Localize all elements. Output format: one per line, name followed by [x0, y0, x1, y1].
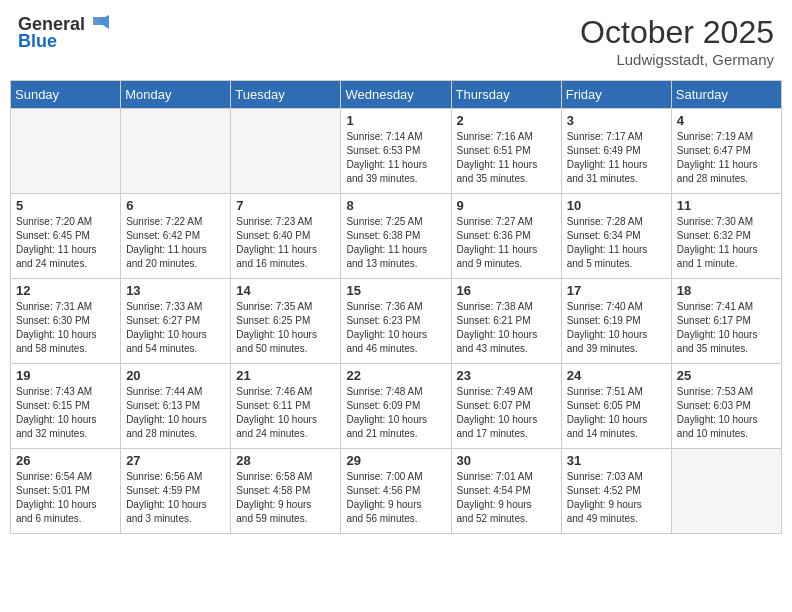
day-number: 25	[677, 368, 776, 383]
calendar-cell: 20Sunrise: 7:44 AM Sunset: 6:13 PM Dayli…	[121, 364, 231, 449]
day-number: 16	[457, 283, 556, 298]
calendar-table: SundayMondayTuesdayWednesdayThursdayFrid…	[10, 80, 782, 534]
day-info: Sunrise: 7:23 AM Sunset: 6:40 PM Dayligh…	[236, 215, 335, 271]
day-number: 20	[126, 368, 225, 383]
calendar-cell: 6Sunrise: 7:22 AM Sunset: 6:42 PM Daylig…	[121, 194, 231, 279]
day-number: 7	[236, 198, 335, 213]
calendar-cell: 10Sunrise: 7:28 AM Sunset: 6:34 PM Dayli…	[561, 194, 671, 279]
calendar-cell: 4Sunrise: 7:19 AM Sunset: 6:47 PM Daylig…	[671, 109, 781, 194]
calendar-cell: 8Sunrise: 7:25 AM Sunset: 6:38 PM Daylig…	[341, 194, 451, 279]
logo: General Blue	[18, 14, 109, 52]
calendar-header-monday: Monday	[121, 81, 231, 109]
day-info: Sunrise: 7:48 AM Sunset: 6:09 PM Dayligh…	[346, 385, 445, 441]
day-info: Sunrise: 7:33 AM Sunset: 6:27 PM Dayligh…	[126, 300, 225, 356]
day-number: 13	[126, 283, 225, 298]
day-info: Sunrise: 7:00 AM Sunset: 4:56 PM Dayligh…	[346, 470, 445, 526]
calendar-cell: 2Sunrise: 7:16 AM Sunset: 6:51 PM Daylig…	[451, 109, 561, 194]
day-number: 30	[457, 453, 556, 468]
calendar-cell: 5Sunrise: 7:20 AM Sunset: 6:45 PM Daylig…	[11, 194, 121, 279]
day-number: 22	[346, 368, 445, 383]
day-info: Sunrise: 7:31 AM Sunset: 6:30 PM Dayligh…	[16, 300, 115, 356]
calendar-cell: 30Sunrise: 7:01 AM Sunset: 4:54 PM Dayli…	[451, 449, 561, 534]
day-info: Sunrise: 7:17 AM Sunset: 6:49 PM Dayligh…	[567, 130, 666, 186]
day-number: 14	[236, 283, 335, 298]
day-number: 8	[346, 198, 445, 213]
day-info: Sunrise: 7:44 AM Sunset: 6:13 PM Dayligh…	[126, 385, 225, 441]
day-info: Sunrise: 7:38 AM Sunset: 6:21 PM Dayligh…	[457, 300, 556, 356]
page-header: General Blue October 2025 Ludwigsstadt, …	[10, 10, 782, 72]
calendar-week-row: 5Sunrise: 7:20 AM Sunset: 6:45 PM Daylig…	[11, 194, 782, 279]
day-info: Sunrise: 7:53 AM Sunset: 6:03 PM Dayligh…	[677, 385, 776, 441]
day-number: 19	[16, 368, 115, 383]
calendar-header-thursday: Thursday	[451, 81, 561, 109]
calendar-cell	[231, 109, 341, 194]
calendar-cell	[121, 109, 231, 194]
day-info: Sunrise: 7:19 AM Sunset: 6:47 PM Dayligh…	[677, 130, 776, 186]
day-info: Sunrise: 7:22 AM Sunset: 6:42 PM Dayligh…	[126, 215, 225, 271]
day-number: 4	[677, 113, 776, 128]
logo-blue-text: Blue	[18, 31, 57, 52]
day-number: 2	[457, 113, 556, 128]
day-info: Sunrise: 7:25 AM Sunset: 6:38 PM Dayligh…	[346, 215, 445, 271]
day-info: Sunrise: 7:30 AM Sunset: 6:32 PM Dayligh…	[677, 215, 776, 271]
day-info: Sunrise: 7:27 AM Sunset: 6:36 PM Dayligh…	[457, 215, 556, 271]
calendar-week-row: 26Sunrise: 6:54 AM Sunset: 5:01 PM Dayli…	[11, 449, 782, 534]
calendar-cell: 19Sunrise: 7:43 AM Sunset: 6:15 PM Dayli…	[11, 364, 121, 449]
day-info: Sunrise: 6:56 AM Sunset: 4:59 PM Dayligh…	[126, 470, 225, 526]
day-number: 1	[346, 113, 445, 128]
day-number: 21	[236, 368, 335, 383]
calendar-cell: 26Sunrise: 6:54 AM Sunset: 5:01 PM Dayli…	[11, 449, 121, 534]
day-number: 11	[677, 198, 776, 213]
day-info: Sunrise: 7:03 AM Sunset: 4:52 PM Dayligh…	[567, 470, 666, 526]
logo-icon	[87, 15, 109, 33]
calendar-header-saturday: Saturday	[671, 81, 781, 109]
day-info: Sunrise: 7:20 AM Sunset: 6:45 PM Dayligh…	[16, 215, 115, 271]
calendar-header-wednesday: Wednesday	[341, 81, 451, 109]
calendar-week-row: 1Sunrise: 7:14 AM Sunset: 6:53 PM Daylig…	[11, 109, 782, 194]
day-number: 23	[457, 368, 556, 383]
day-info: Sunrise: 7:16 AM Sunset: 6:51 PM Dayligh…	[457, 130, 556, 186]
calendar-cell: 17Sunrise: 7:40 AM Sunset: 6:19 PM Dayli…	[561, 279, 671, 364]
day-info: Sunrise: 7:46 AM Sunset: 6:11 PM Dayligh…	[236, 385, 335, 441]
day-info: Sunrise: 7:40 AM Sunset: 6:19 PM Dayligh…	[567, 300, 666, 356]
calendar-header-row: SundayMondayTuesdayWednesdayThursdayFrid…	[11, 81, 782, 109]
day-number: 29	[346, 453, 445, 468]
day-info: Sunrise: 6:54 AM Sunset: 5:01 PM Dayligh…	[16, 470, 115, 526]
day-number: 10	[567, 198, 666, 213]
day-info: Sunrise: 7:36 AM Sunset: 6:23 PM Dayligh…	[346, 300, 445, 356]
calendar-header-sunday: Sunday	[11, 81, 121, 109]
day-number: 12	[16, 283, 115, 298]
calendar-cell: 12Sunrise: 7:31 AM Sunset: 6:30 PM Dayli…	[11, 279, 121, 364]
calendar-header-tuesday: Tuesday	[231, 81, 341, 109]
day-number: 27	[126, 453, 225, 468]
calendar-cell: 1Sunrise: 7:14 AM Sunset: 6:53 PM Daylig…	[341, 109, 451, 194]
day-info: Sunrise: 7:49 AM Sunset: 6:07 PM Dayligh…	[457, 385, 556, 441]
day-number: 9	[457, 198, 556, 213]
calendar-cell: 3Sunrise: 7:17 AM Sunset: 6:49 PM Daylig…	[561, 109, 671, 194]
day-number: 17	[567, 283, 666, 298]
day-number: 28	[236, 453, 335, 468]
calendar-cell: 21Sunrise: 7:46 AM Sunset: 6:11 PM Dayli…	[231, 364, 341, 449]
calendar-cell: 28Sunrise: 6:58 AM Sunset: 4:58 PM Dayli…	[231, 449, 341, 534]
calendar-cell	[671, 449, 781, 534]
calendar-cell: 25Sunrise: 7:53 AM Sunset: 6:03 PM Dayli…	[671, 364, 781, 449]
calendar-cell: 23Sunrise: 7:49 AM Sunset: 6:07 PM Dayli…	[451, 364, 561, 449]
day-info: Sunrise: 7:43 AM Sunset: 6:15 PM Dayligh…	[16, 385, 115, 441]
location-text: Ludwigsstadt, Germany	[580, 51, 774, 68]
day-number: 6	[126, 198, 225, 213]
calendar-week-row: 12Sunrise: 7:31 AM Sunset: 6:30 PM Dayli…	[11, 279, 782, 364]
day-number: 31	[567, 453, 666, 468]
day-number: 24	[567, 368, 666, 383]
calendar-cell: 24Sunrise: 7:51 AM Sunset: 6:05 PM Dayli…	[561, 364, 671, 449]
day-info: Sunrise: 7:14 AM Sunset: 6:53 PM Dayligh…	[346, 130, 445, 186]
calendar-cell: 9Sunrise: 7:27 AM Sunset: 6:36 PM Daylig…	[451, 194, 561, 279]
day-number: 18	[677, 283, 776, 298]
calendar-cell	[11, 109, 121, 194]
day-number: 15	[346, 283, 445, 298]
calendar-cell: 7Sunrise: 7:23 AM Sunset: 6:40 PM Daylig…	[231, 194, 341, 279]
day-info: Sunrise: 6:58 AM Sunset: 4:58 PM Dayligh…	[236, 470, 335, 526]
day-number: 3	[567, 113, 666, 128]
day-info: Sunrise: 7:35 AM Sunset: 6:25 PM Dayligh…	[236, 300, 335, 356]
calendar-cell: 29Sunrise: 7:00 AM Sunset: 4:56 PM Dayli…	[341, 449, 451, 534]
calendar-cell: 31Sunrise: 7:03 AM Sunset: 4:52 PM Dayli…	[561, 449, 671, 534]
